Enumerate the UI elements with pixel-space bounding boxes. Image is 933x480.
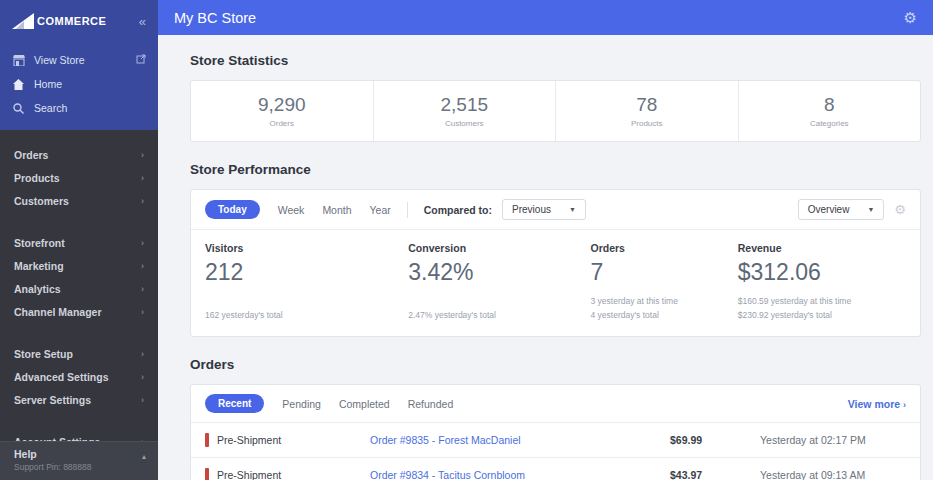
sidebar-item-orders[interactable]: Orders›	[0, 143, 158, 166]
metric-conversion: Conversion 3.42% 2.47% yesterday's total	[408, 242, 590, 322]
order-row[interactable]: Pre-Shipment Order #9834 - Tacitus Cornb…	[191, 457, 920, 480]
tab-week[interactable]: Week	[278, 204, 305, 216]
order-row[interactable]: Pre-Shipment Order #9835 - Forest MacDan…	[191, 422, 920, 457]
sidebar-item-search[interactable]: Search	[0, 96, 158, 120]
home-icon	[12, 79, 25, 90]
metric-value: 212	[205, 259, 408, 286]
metric-revenue: Revenue $312.06 $160.59 yesterday at thi…	[738, 242, 906, 322]
stat-orders: 9,290 Orders	[191, 81, 373, 141]
tab-completed[interactable]: Completed	[339, 398, 390, 410]
tab-year[interactable]: Year	[370, 204, 391, 216]
caret-down-icon: ▼	[569, 206, 576, 213]
top-header-bar: My BC Store ⚙	[158, 0, 933, 35]
metric-label: Orders	[591, 242, 738, 254]
stat-products: 78 Products	[555, 81, 738, 141]
sidebar-group-channels: Storefront› Marketing› Analytics› Channe…	[0, 226, 158, 328]
tab-today[interactable]: Today	[205, 200, 260, 219]
sidebar-item-server-settings[interactable]: Server Settings›	[0, 388, 158, 411]
sidebar-item-store-setup[interactable]: Store Setup›	[0, 342, 158, 365]
sidebar-item-view-store[interactable]: View Store	[0, 48, 158, 72]
chevron-right-icon: ›	[141, 307, 144, 317]
metric-label: Visitors	[205, 242, 408, 254]
sidebar: COMMERCE « View Store Home Search	[0, 0, 158, 480]
status-color-bar	[205, 468, 209, 480]
store-title: My BC Store	[174, 10, 256, 26]
order-status: Pre-Shipment	[205, 468, 370, 480]
search-icon	[12, 103, 25, 114]
sidebar-item-label: Customers	[14, 195, 69, 207]
stat-label: Customers	[445, 119, 484, 128]
bigcommerce-sail-icon	[12, 13, 34, 29]
tab-month[interactable]: Month	[322, 204, 351, 216]
compare-select[interactable]: Previous ▼	[502, 199, 586, 220]
tab-recent[interactable]: Recent	[205, 394, 264, 413]
caret-down-icon: ▼	[867, 206, 874, 213]
tab-pending[interactable]: Pending	[282, 398, 321, 410]
sidebar-item-label: View Store	[34, 54, 85, 66]
metric-value: $312.06	[738, 259, 906, 286]
sidebar-item-label: Channel Manager	[14, 306, 102, 318]
sidebar-item-label: Analytics	[14, 283, 61, 295]
store-performance-title: Store Performance	[190, 162, 921, 177]
metric-label: Revenue	[738, 242, 906, 254]
bigcommerce-logo[interactable]: COMMERCE	[12, 13, 139, 29]
sidebar-item-label: Products	[14, 172, 60, 184]
performance-tab-row: Today Week Month Year Compared to: Previ…	[191, 190, 920, 230]
metric-value: 3.42%	[408, 259, 590, 286]
sidebar-collapse-button[interactable]: «	[139, 14, 146, 29]
header-settings-gear-icon[interactable]: ⚙	[904, 9, 917, 27]
tab-refunded[interactable]: Refunded	[408, 398, 454, 410]
chevron-right-icon: ›	[141, 196, 144, 206]
store-statistics-title: Store Statistics	[190, 53, 921, 68]
sidebar-item-customers[interactable]: Customers›	[0, 189, 158, 212]
order-status: Pre-Shipment	[205, 433, 370, 447]
overview-select-value: Overview	[808, 204, 850, 215]
chevron-right-icon: ›	[141, 284, 144, 294]
sidebar-item-label: Advanced Settings	[14, 371, 109, 383]
order-link[interactable]: Order #9835 - Forest MacDaniel	[370, 434, 670, 446]
sidebar-item-channel-manager[interactable]: Channel Manager›	[0, 300, 158, 323]
divider	[407, 202, 408, 218]
orders-tab-row: Recent Pending Completed Refunded View m…	[191, 385, 920, 422]
stat-label: Categories	[810, 119, 849, 128]
stat-label: Orders	[270, 119, 294, 128]
store-icon	[12, 55, 25, 66]
order-time: Yesterday at 02:17 PM	[760, 434, 866, 446]
metric-label: Conversion	[408, 242, 590, 254]
metric-subtext: 162 yesterday's total	[205, 308, 408, 322]
chevron-right-icon: ›	[141, 395, 144, 405]
sidebar-item-label: Store Setup	[14, 348, 73, 360]
sidebar-item-marketing[interactable]: Marketing›	[0, 254, 158, 277]
overview-select[interactable]: Overview ▼	[798, 199, 885, 220]
store-performance-card: Today Week Month Year Compared to: Previ…	[190, 189, 921, 337]
sidebar-item-label: Orders	[14, 149, 48, 161]
sidebar-item-label: Search	[34, 102, 67, 114]
sidebar-item-label: Storefront	[14, 237, 65, 249]
main-content: Store Statistics 9,290 Orders 2,515 Cust…	[158, 35, 933, 480]
status-color-bar	[205, 433, 209, 447]
sidebar-item-advanced-settings[interactable]: Advanced Settings›	[0, 365, 158, 388]
external-link-icon	[136, 54, 146, 66]
order-price: $69.99	[670, 434, 760, 446]
stat-value: 78	[636, 94, 657, 116]
order-time: Yesterday at 09:13 AM	[760, 469, 865, 480]
sidebar-item-storefront[interactable]: Storefront›	[0, 231, 158, 254]
help-label: Help	[14, 448, 144, 460]
sidebar-item-label: Server Settings	[14, 394, 91, 406]
sidebar-item-analytics[interactable]: Analytics›	[0, 277, 158, 300]
stat-customers: 2,515 Customers	[373, 81, 556, 141]
order-price: $43.97	[670, 469, 760, 480]
sidebar-item-home[interactable]: Home	[0, 72, 158, 96]
compare-select-value: Previous	[512, 204, 551, 215]
performance-settings-gear-icon[interactable]: ⚙	[894, 202, 906, 217]
sidebar-item-label: Home	[34, 78, 62, 90]
sidebar-item-products[interactable]: Products›	[0, 166, 158, 189]
metric-value: 7	[591, 259, 738, 286]
view-more-link[interactable]: View more ›	[848, 398, 906, 410]
orders-card: Recent Pending Completed Refunded View m…	[190, 384, 921, 480]
order-link[interactable]: Order #9834 - Tacitus Cornbloom	[370, 469, 670, 480]
sidebar-help-panel[interactable]: Help Support Pin: 888888 ▴	[0, 441, 158, 480]
metric-subtext: 2.47% yesterday's total	[408, 308, 590, 322]
sidebar-logo-bar: COMMERCE «	[0, 0, 158, 42]
sidebar-main-nav: Orders› Products› Customers› Storefront›…	[0, 130, 158, 480]
